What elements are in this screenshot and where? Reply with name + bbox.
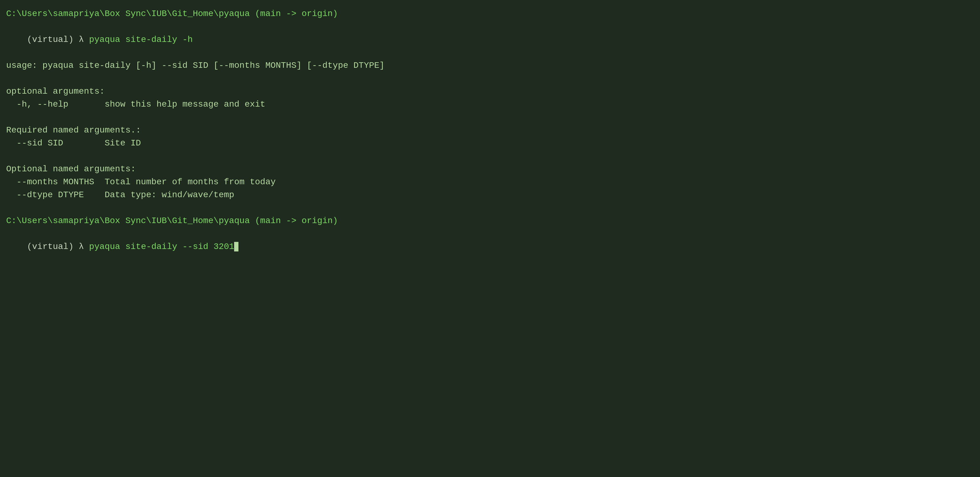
dtype-arg-line: --dtype DTYPE Data type: wind/wave/temp (6, 189, 974, 201)
prompt-1: (virtual) λ (27, 35, 89, 44)
terminal-window: C:\Users\samapriya\Box Sync\IUB\Git_Home… (6, 7, 974, 266)
command-line-2: (virtual) λ pyaqua site-daily --sid 3201 (6, 227, 974, 266)
months-arg-line: --months MONTHS Total number of months f… (6, 176, 974, 189)
sid-arg-line: --sid SID Site ID (6, 137, 974, 150)
optional-named-header-line: Optional named arguments: (6, 163, 974, 176)
usage-line: usage: pyaqua site-daily [-h] --sid SID … (6, 59, 974, 72)
optional-header-line: optional arguments: (6, 85, 974, 98)
help-arg-line: -h, --help show this help message and ex… (6, 98, 974, 111)
command-line-1: (virtual) λ pyaqua site-daily -h (6, 21, 974, 59)
empty-line-2 (6, 111, 974, 124)
path-line-1: C:\Users\samapriya\Box Sync\IUB\Git_Home… (6, 7, 974, 21)
required-header-line: Required named arguments.: (6, 124, 974, 137)
empty-line-1 (6, 72, 974, 85)
cursor (234, 242, 239, 252)
path-line-2: C:\Users\samapriya\Box Sync\IUB\Git_Home… (6, 214, 974, 227)
command-text-2: pyaqua site-daily --sid 3201 (89, 242, 234, 252)
prompt-2: (virtual) λ (27, 242, 89, 252)
command-text-1: pyaqua site-daily -h (89, 35, 193, 44)
empty-line-4 (6, 201, 974, 214)
empty-line-3 (6, 150, 974, 163)
